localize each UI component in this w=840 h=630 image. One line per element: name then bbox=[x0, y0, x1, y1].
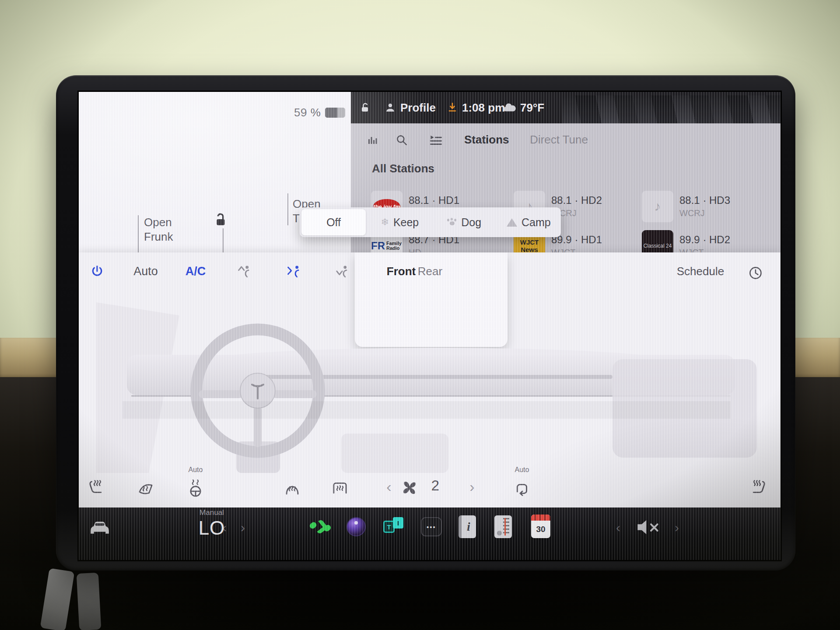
manual-app-icon[interactable] bbox=[458, 515, 476, 538]
schedule-clock-icon[interactable] bbox=[746, 263, 765, 283]
rear-defrost-icon[interactable] bbox=[329, 477, 350, 498]
divider bbox=[223, 228, 224, 252]
vent-floor-icon[interactable] bbox=[333, 263, 351, 280]
radio-app-icon[interactable] bbox=[494, 515, 512, 538]
clock-display: 1:08 pm bbox=[462, 92, 505, 123]
music-note-icon bbox=[642, 191, 673, 222]
person-icon bbox=[384, 102, 396, 114]
keeper-option-off[interactable]: Off bbox=[301, 209, 366, 235]
mute-icon[interactable] bbox=[635, 518, 663, 536]
calendar-day: 30 bbox=[531, 521, 550, 538]
divider bbox=[138, 215, 139, 252]
now-playing-icon[interactable] bbox=[365, 134, 378, 147]
battery-status[interactable]: 59 % bbox=[294, 106, 345, 119]
playlist-icon[interactable] bbox=[429, 133, 443, 147]
app-dock: Manual LO TI 30 bbox=[79, 508, 780, 560]
temp-increase-button[interactable] bbox=[236, 517, 249, 538]
profile-menu[interactable]: Profile bbox=[384, 92, 436, 123]
section-title: All Stations bbox=[372, 162, 434, 175]
car-unlocked-icon[interactable] bbox=[359, 92, 371, 123]
fan-decrease-button[interactable] bbox=[382, 478, 396, 495]
station-row[interactable]: 88.1 · HD3 WCRJ bbox=[642, 191, 777, 222]
dashboard-photo: 59 % Open Frunk Open Tr bbox=[0, 0, 840, 630]
fan-increase-button[interactable] bbox=[466, 478, 479, 495]
snowflake-icon bbox=[381, 217, 388, 228]
cabin-illustration bbox=[96, 289, 761, 473]
fan-speed-value: 2 bbox=[425, 477, 445, 494]
calendar-header bbox=[531, 514, 550, 521]
volume-up-button[interactable] bbox=[670, 517, 683, 538]
pedal bbox=[77, 573, 102, 630]
more-apps-icon[interactable] bbox=[421, 517, 442, 536]
battery-percent: 59 % bbox=[294, 106, 321, 119]
seat-heater-right-icon[interactable] bbox=[748, 477, 769, 498]
open-frunk-button[interactable]: Open Frunk bbox=[144, 215, 173, 244]
climate-panel: Auto A/C bbox=[79, 252, 780, 508]
tent-icon bbox=[507, 218, 517, 227]
camera-app-icon[interactable] bbox=[345, 515, 368, 538]
battery-icon bbox=[325, 108, 345, 118]
vent-mid-icon[interactable] bbox=[285, 263, 303, 280]
temp-value: LO bbox=[199, 517, 225, 539]
keeper-option-keep[interactable]: Keep bbox=[368, 209, 432, 235]
touchscreen: 59 % Open Frunk Open Tr bbox=[79, 92, 780, 560]
status-bar: Profile 1:08 pm bbox=[351, 92, 780, 123]
recirc-auto-label: Auto bbox=[507, 466, 537, 474]
climate-auto-button[interactable]: Auto bbox=[126, 265, 165, 278]
keeper-option-camp[interactable]: Camp bbox=[497, 209, 561, 235]
ac-button[interactable]: A/C bbox=[178, 265, 214, 278]
divider bbox=[287, 193, 288, 225]
front-defrost-icon[interactable] bbox=[282, 477, 303, 498]
touchscreen-bezel: 59 % Open Frunk Open Tr bbox=[56, 75, 795, 570]
profile-label: Profile bbox=[400, 101, 436, 115]
cloud-icon bbox=[502, 102, 516, 113]
steering-auto-label: Auto bbox=[180, 466, 211, 474]
search-icon[interactable] bbox=[395, 133, 409, 147]
tuner-app-icon[interactable]: TI bbox=[382, 516, 405, 537]
temp-mode-label: Manual bbox=[200, 508, 224, 517]
tab-stations[interactable]: Stations bbox=[464, 133, 509, 147]
schedule-button[interactable]: Schedule bbox=[663, 265, 738, 278]
wiper-heater-icon[interactable] bbox=[135, 477, 156, 498]
vent-face-icon[interactable] bbox=[235, 263, 253, 280]
tab-direct-tune[interactable]: Direct Tune bbox=[530, 133, 588, 147]
car-controls-icon[interactable] bbox=[87, 515, 113, 538]
fan-icon bbox=[399, 477, 420, 498]
climate-power-button[interactable] bbox=[88, 262, 107, 281]
unlock-icon[interactable] bbox=[214, 212, 228, 228]
seat-heater-left-icon[interactable] bbox=[85, 477, 106, 498]
keeper-option-dog[interactable]: Dog bbox=[432, 209, 497, 235]
driver-temperature[interactable]: Manual LO bbox=[193, 508, 230, 539]
climate-keeper-popup: Off Keep Dog Camp bbox=[300, 207, 561, 237]
rear-climate-tab[interactable]: Rear bbox=[411, 265, 449, 278]
outside-temperature[interactable]: 79°F bbox=[502, 92, 544, 123]
album-art-collage bbox=[562, 95, 780, 123]
volume-down-button[interactable] bbox=[612, 517, 625, 538]
recirculation-icon[interactable] bbox=[511, 478, 532, 499]
phone-app-icon[interactable] bbox=[308, 514, 332, 539]
calendar-app-icon[interactable]: 30 bbox=[531, 514, 550, 538]
paw-icon bbox=[447, 218, 457, 227]
software-update-icon[interactable] bbox=[446, 92, 458, 123]
steering-heater-icon[interactable] bbox=[185, 478, 206, 499]
